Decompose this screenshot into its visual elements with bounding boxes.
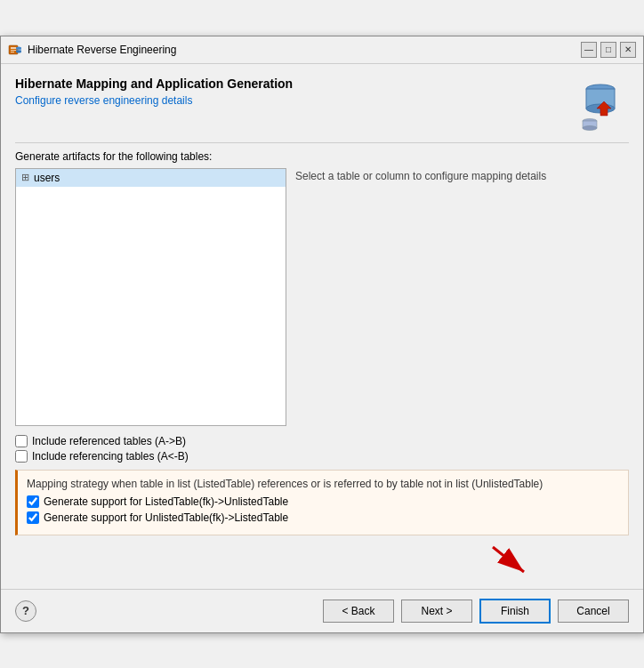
subtitle-link[interactable]: Configure reverse engineering details <box>15 94 192 107</box>
bottom-bar: ? < Back Next > Finish Cancel <box>1 589 643 632</box>
finish-button[interactable]: Finish <box>479 599 551 624</box>
table-item-name: users <box>34 172 60 184</box>
main-content: Hibernate Mapping and Application Genera… <box>1 64 643 589</box>
include-referencing-row: Include referencing tables (A<-B) <box>15 450 629 463</box>
svg-line-15 <box>493 547 524 572</box>
unlisted-to-listed-row: Generate support for UnlistedTable(fk)->… <box>27 511 619 524</box>
app-icon <box>8 43 22 57</box>
include-referenced-label: Include referenced tables (A->B) <box>32 435 186 447</box>
svg-point-6 <box>16 50 21 52</box>
svg-rect-3 <box>11 52 14 52</box>
mapping-strategy-section: Mapping strategy when table in list (Lis… <box>15 470 629 535</box>
tables-list[interactable]: ⊞ users <box>15 168 286 426</box>
cancel-button[interactable]: Cancel <box>558 600 629 623</box>
listed-to-unlisted-checkbox[interactable] <box>27 495 39 508</box>
unlisted-to-listed-label: Generate support for UnlistedTable(fk)->… <box>44 511 288 524</box>
window-title: Hibernate Reverse Engineering <box>28 44 176 56</box>
tables-area: ⊞ users Select a table or column to conf… <box>15 168 629 426</box>
include-referenced-row: Include referenced tables (A->B) <box>15 435 629 447</box>
mapping-info-text: Select a table or column to configure ma… <box>295 168 629 426</box>
help-button[interactable]: ? <box>15 600 36 622</box>
header-divider <box>15 142 629 143</box>
header-text: Hibernate Mapping and Application Genera… <box>15 76 293 107</box>
include-referencing-label: Include referencing tables (A<-B) <box>32 450 189 463</box>
include-referencing-checkbox[interactable] <box>15 450 28 463</box>
header-area: Hibernate Mapping and Application Genera… <box>15 76 629 133</box>
svg-rect-1 <box>11 47 16 49</box>
title-bar-controls: — □ ✕ <box>581 42 636 58</box>
include-referenced-checkbox[interactable] <box>15 435 28 447</box>
maximize-button[interactable]: □ <box>600 42 616 58</box>
title-bar: Hibernate Reverse Engineering — □ ✕ <box>1 36 643 64</box>
listed-to-unlisted-label: Generate support for ListedTable(fk)->Un… <box>44 495 288 508</box>
svg-point-13 <box>583 125 597 130</box>
tables-section-label: Generate artifacts for the following tab… <box>15 150 629 163</box>
listed-to-unlisted-row: Generate support for ListedTable(fk)->Un… <box>27 495 619 508</box>
page-title: Hibernate Mapping and Application Genera… <box>15 76 293 91</box>
title-bar-left: Hibernate Reverse Engineering <box>8 43 176 57</box>
red-arrow-icon <box>488 543 533 578</box>
svg-rect-2 <box>11 50 16 51</box>
hibernate-db-icon <box>572 76 629 133</box>
unlisted-to-listed-checkbox[interactable] <box>27 511 39 524</box>
table-grid-icon: ⊞ <box>21 172 29 183</box>
header-icon <box>572 76 629 133</box>
bottom-right: < Back Next > Finish Cancel <box>323 599 629 624</box>
main-window: Hibernate Reverse Engineering — □ ✕ Hibe… <box>0 36 644 633</box>
close-button[interactable]: ✕ <box>620 42 636 58</box>
arrow-indicator-container <box>15 543 629 578</box>
mapping-strategy-description: Mapping strategy when table in list (Lis… <box>27 478 619 490</box>
bottom-left: ? <box>15 600 36 622</box>
table-item-users[interactable]: ⊞ users <box>16 169 286 187</box>
next-button[interactable]: Next > <box>401 600 472 623</box>
minimize-button[interactable]: — <box>581 42 597 58</box>
include-checkboxes-area: Include referenced tables (A->B) Include… <box>15 435 629 463</box>
back-button[interactable]: < Back <box>323 600 394 623</box>
